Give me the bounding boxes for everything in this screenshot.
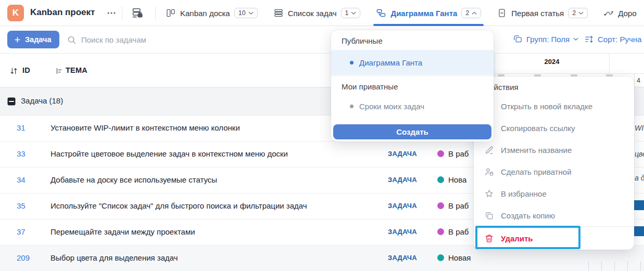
task-id-link[interactable]: 34 (17, 175, 26, 184)
group-label: Задача (18) (21, 96, 63, 105)
menu-item-copy[interactable]: Создать копию (474, 204, 634, 226)
task-status: В раб (437, 201, 469, 210)
views-dropdown: Публичные Диаграмма Ганта Мои приватные … (331, 30, 494, 141)
status-dot (437, 202, 444, 209)
status-dot (437, 176, 444, 183)
menu-item-external-link[interactable]: Открыть в новой вкладке (474, 95, 634, 117)
search-icon (67, 35, 77, 45)
search-input[interactable] (81, 33, 253, 46)
chevron-down-icon (573, 37, 578, 41)
gantt-gridline (609, 54, 610, 73)
menu-item-label: Создать копию (501, 211, 555, 220)
task-id-link[interactable]: 209 (17, 253, 30, 262)
task-id-link[interactable]: 35 (17, 201, 26, 210)
view-item-dot (350, 105, 353, 108)
gantt-year-label: 2024 (495, 58, 609, 66)
badge-count: 2 (465, 9, 469, 17)
task-id-link[interactable]: 31 (17, 123, 26, 132)
tab-список-задач[interactable]: Список задач1 (273, 0, 361, 26)
gantt-task-label-fragment: цве (635, 150, 644, 158)
tab-views-badge[interactable]: 10 (234, 8, 258, 18)
task-status: В раб (437, 149, 469, 158)
access-lock-icon[interactable] (131, 7, 144, 19)
group-icon (513, 34, 523, 44)
add-task-button[interactable]: Задача (7, 31, 59, 48)
tab-views-badge[interactable]: 2 (461, 8, 481, 18)
menu-item-delete[interactable]: Удалить (474, 227, 634, 249)
project-avatar[interactable]: K (7, 5, 24, 21)
menu-item-label: Открыть в новой вкладке (501, 102, 592, 111)
tab-label: Список задач (288, 9, 337, 18)
selected-view-dot (350, 61, 353, 64)
divider (155, 6, 156, 20)
task-topic: Добавьте на доску все используемые стату… (50, 175, 217, 184)
column-tema[interactable]: ТЕМА (66, 66, 87, 74)
private-views-header: Мои приватные (342, 82, 398, 91)
gantt-gridline (495, 73, 644, 74)
task-topic: Установите WIP-лимит в контекстном меню … (50, 123, 240, 132)
tab-доро[interactable]: Доро (603, 0, 636, 26)
task-type: ЗАДАЧА (388, 228, 417, 236)
create-view-button[interactable]: Создать (333, 124, 491, 139)
view-item-my-deadlines[interactable]: Сроки моих задач (331, 97, 494, 115)
public-views-header: Публичные (342, 36, 383, 45)
sort-order-icon[interactable] (9, 67, 18, 75)
tab-label: Диаграмма Ганта (390, 9, 457, 18)
badge-count: 2 (572, 9, 576, 17)
task-id-link[interactable]: 33 (17, 149, 26, 158)
menu-item-pencil[interactable]: Изменить название (474, 139, 634, 161)
view-actions-menu: Действия Открыть в новой вкладкеСкопиров… (474, 76, 634, 250)
summary-column-icon (55, 67, 63, 75)
article-icon (497, 8, 507, 18)
status-dot (437, 150, 444, 157)
more-actions-icon[interactable] (106, 7, 117, 19)
tab-kanban-доска[interactable]: Kanban доска10 (166, 0, 258, 26)
group-by-label: Групп: Поля (526, 35, 570, 44)
menu-item-user-lock[interactable]: Сделать приватной (474, 161, 634, 183)
tab-label: Kanban доска (180, 9, 230, 18)
divider (122, 6, 122, 20)
chevron-down-icon (248, 11, 254, 15)
sort-icon (584, 34, 594, 44)
list-icon (273, 8, 284, 18)
view-item-label: Диаграмма Ганта (359, 58, 422, 67)
task-topic: Настройте цветовое выделение задач в кон… (50, 149, 288, 158)
plus-icon (14, 36, 21, 44)
add-task-label: Задача (25, 35, 52, 44)
task-topic: Перемещайте задачи между проектами (50, 227, 195, 236)
view-item-label: Сроки моих задач (359, 102, 424, 111)
gantt-gridline (634, 73, 635, 90)
task-topic: Используйте "Список задач" для быстрого … (50, 201, 307, 210)
chevron-down-icon (578, 11, 584, 15)
divider (474, 226, 634, 227)
menu-item-label: В избранное (501, 189, 547, 198)
tab-первая-статья[interactable]: Первая статья2 (497, 0, 588, 26)
tab-views-badge[interactable]: 1 (341, 8, 361, 18)
tab-диаграмма-ганта[interactable]: Диаграмма Ганта2 (376, 0, 481, 26)
menu-item-label: Скопировать ссылку (501, 124, 575, 133)
group-by-control[interactable]: Групп: Поля (513, 34, 578, 44)
user-lock-icon (484, 167, 494, 177)
sort-label: Сорт: Ручна (598, 35, 641, 44)
task-status: В раб (437, 227, 469, 236)
column-id[interactable]: ID (22, 66, 30, 74)
view-item-gantt[interactable]: Диаграмма Ганта (331, 50, 494, 75)
badge-count: 10 (238, 9, 246, 17)
gantt-gridline (627, 261, 628, 271)
menu-item-link[interactable]: Скопировать ссылку (474, 117, 634, 139)
trash-icon (484, 234, 494, 243)
gantt-task-label-fragment: а д (635, 174, 644, 182)
sort-control[interactable]: Сорт: Ручна (584, 34, 641, 44)
status-dot (437, 228, 444, 235)
project-title: Kanban проект (30, 7, 95, 18)
task-status: Нова (437, 175, 466, 184)
gantt-gridline (640, 261, 641, 271)
collapse-icon[interactable] (7, 97, 16, 106)
menu-item-star[interactable]: В избранное (474, 183, 634, 204)
star-icon (484, 189, 494, 199)
task-type: ЗАДАЧА (388, 202, 417, 210)
tab-label: Доро (618, 9, 636, 18)
task-id-link[interactable]: 37 (17, 227, 26, 236)
copy-icon (484, 211, 494, 221)
tab-views-badge[interactable]: 2 (568, 8, 588, 18)
